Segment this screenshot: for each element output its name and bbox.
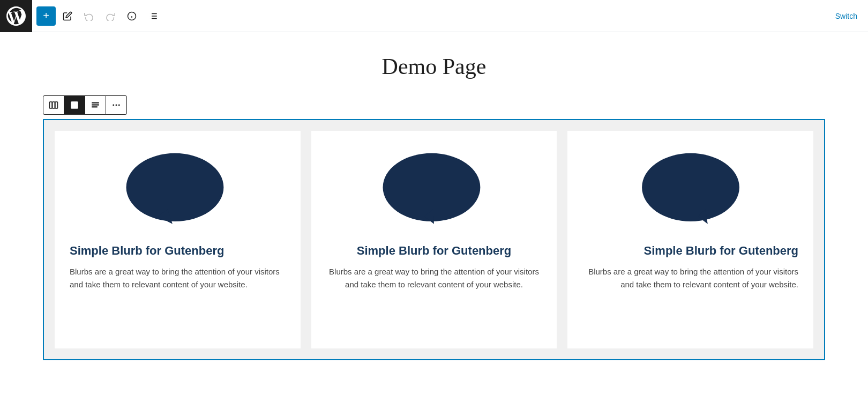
blurb-card-3: Simple Blurb for Gutenberg Blurbs are a … — [567, 131, 813, 348]
columns-layout-button[interactable] — [43, 95, 64, 115]
main-toolbar: + — [0, 0, 868, 32]
add-block-button[interactable]: + — [36, 6, 56, 26]
undo-icon — [84, 11, 94, 21]
block-align-button[interactable] — [64, 95, 85, 115]
redo-button[interactable] — [101, 6, 120, 26]
block-toolbar — [43, 95, 127, 115]
undo-button[interactable] — [79, 6, 99, 26]
speech-bubble-icon-2 — [380, 147, 488, 233]
svg-rect-10 — [53, 102, 55, 108]
speech-bubble-icon-3 — [637, 147, 744, 233]
text-icon — [91, 100, 100, 110]
svg-rect-15 — [92, 106, 98, 107]
more-icon — [111, 100, 121, 110]
blurb-2-icon — [326, 147, 542, 233]
blurb-3-icon — [582, 147, 798, 233]
speech-bubble-icon-1 — [124, 147, 231, 233]
wp-logo[interactable] — [0, 0, 32, 32]
blurb-3-desc: Blurbs are a great way to bring the atte… — [582, 265, 798, 291]
block-icon — [70, 100, 79, 110]
svg-point-18 — [118, 105, 120, 106]
columns-block: Simple Blurb for Gutenberg Blurbs are a … — [43, 119, 825, 360]
plus-icon: + — [43, 10, 49, 22]
svg-rect-14 — [92, 105, 99, 106]
page-title: Demo Page — [43, 54, 825, 79]
blurb-card-2: Simple Blurb for Gutenberg Blurbs are a … — [311, 131, 557, 348]
svg-point-16 — [113, 105, 114, 106]
blurb-1-title: Simple Blurb for Gutenberg — [70, 243, 286, 259]
list-icon — [148, 11, 158, 21]
svg-rect-11 — [55, 102, 58, 108]
more-options-button[interactable] — [106, 95, 127, 115]
page-content: Demo Page — [0, 32, 868, 382]
blurb-card-1: Simple Blurb for Gutenberg Blurbs are a … — [55, 131, 301, 348]
svg-point-19 — [126, 153, 224, 221]
blurb-2-title: Simple Blurb for Gutenberg — [326, 243, 542, 259]
redo-icon — [106, 11, 115, 21]
blurb-1-icon — [70, 147, 286, 233]
columns-icon — [49, 100, 58, 110]
toolbar-buttons: + — [36, 6, 163, 26]
pencil-icon — [63, 11, 72, 21]
svg-rect-12 — [71, 101, 78, 109]
text-align-button[interactable] — [85, 95, 106, 115]
blurb-1-desc: Blurbs are a great way to bring the atte… — [70, 265, 286, 291]
svg-rect-9 — [50, 102, 53, 108]
blurb-2-desc: Blurbs are a great way to bring the atte… — [326, 265, 542, 291]
list-view-button[interactable] — [144, 6, 163, 26]
svg-point-23 — [642, 153, 739, 221]
blurb-3-title: Simple Blurb for Gutenberg — [582, 243, 798, 259]
info-button[interactable] — [122, 6, 141, 26]
wp-logo-icon — [6, 6, 26, 26]
info-icon — [127, 11, 137, 21]
edit-button[interactable] — [58, 6, 77, 26]
svg-point-17 — [116, 105, 117, 106]
switch-link[interactable]: Switch — [835, 12, 857, 20]
svg-rect-13 — [92, 102, 99, 103]
